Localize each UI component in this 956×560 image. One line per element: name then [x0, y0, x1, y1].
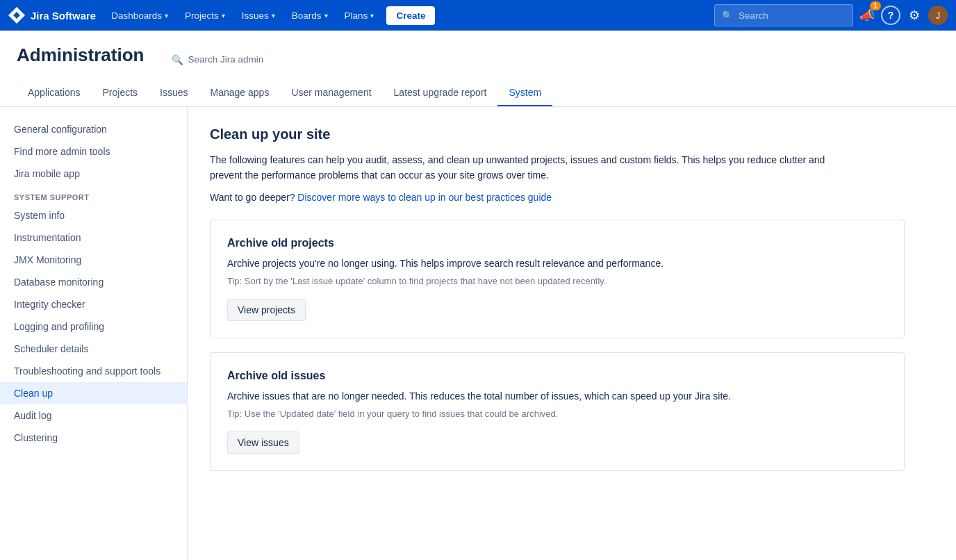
sidebar-item-integrity-checker[interactable]: Integrity checker: [0, 293, 187, 315]
help-button[interactable]: ?: [881, 6, 900, 25]
user-avatar[interactable]: J: [928, 6, 948, 25]
notification-badge: 1: [870, 1, 881, 10]
tab-system[interactable]: System: [497, 80, 552, 106]
best-practices-link[interactable]: Discover more ways to clean up in our be…: [297, 192, 552, 203]
page-title: Administration: [17, 44, 144, 66]
sidebar-item-clean-up[interactable]: Clean up: [0, 382, 187, 404]
chevron-down-icon: ▾: [272, 12, 275, 19]
logo-diamond-icon: [8, 7, 25, 24]
tab-upgrade-report[interactable]: Latest upgrade report: [383, 80, 498, 106]
archive-projects-title: Archive old projects: [227, 237, 887, 249]
sidebar-item-jmx-monitoring[interactable]: JMX Monitoring: [0, 249, 187, 271]
sidebar-item-logging-profiling[interactable]: Logging and profiling: [0, 315, 187, 338]
archive-issues-desc: Archive issues that are no longer needed…: [227, 389, 887, 404]
chevron-down-icon: ▾: [222, 12, 225, 19]
view-projects-button[interactable]: View projects: [227, 299, 306, 321]
create-button[interactable]: Create: [386, 6, 435, 25]
admin-search[interactable]: 🔍 Search Jira admin: [172, 54, 263, 65]
archive-projects-card: Archive old projects Archive projects yo…: [210, 220, 905, 338]
top-navigation: Jira Software Dashboards ▾ Projects ▾ Is…: [0, 0, 956, 31]
sidebar-item-jira-mobile[interactable]: Jira mobile app: [0, 163, 187, 185]
page-tabs: Applications Projects Issues Manage apps…: [17, 80, 939, 106]
sidebar-section-system-support: SYSTEM SUPPORT: [0, 185, 187, 204]
sidebar-item-scheduler-details[interactable]: Scheduler details: [0, 338, 187, 360]
nav-plans[interactable]: Plans ▾: [338, 0, 381, 31]
tab-projects[interactable]: Projects: [92, 80, 149, 106]
sidebar-item-audit-log[interactable]: Audit log: [0, 404, 187, 427]
archive-projects-tip: Tip: Sort by the 'Last issue update' col…: [227, 275, 887, 288]
sidebar-item-instrumentation[interactable]: Instrumentation: [0, 227, 187, 249]
archive-projects-desc: Archive projects you're no longer using.…: [227, 256, 887, 271]
sidebar-item-general-configuration[interactable]: General configuration: [0, 118, 187, 140]
tab-issues[interactable]: Issues: [149, 80, 199, 106]
nav-issues[interactable]: Issues ▾: [235, 0, 282, 31]
content-title: Clean up your site: [210, 126, 934, 142]
chevron-down-icon: ▾: [370, 12, 374, 19]
search-icon: 🔍: [172, 54, 183, 65]
search-bar[interactable]: 🔍 Search: [714, 4, 853, 26]
search-icon: 🔍: [722, 10, 733, 21]
content-description: The following features can help you audi…: [210, 152, 835, 183]
sidebar-item-clustering[interactable]: Clustering: [0, 427, 187, 449]
sidebar-item-troubleshooting[interactable]: Troubleshooting and support tools: [0, 360, 187, 382]
nav-projects[interactable]: Projects ▾: [178, 0, 232, 31]
brand-name: Jira Software: [31, 10, 96, 22]
nav-dashboards[interactable]: Dashboards ▾: [104, 0, 175, 31]
chevron-down-icon: ▾: [165, 12, 168, 19]
main-layout: General configuration Find more admin to…: [0, 107, 956, 560]
tab-applications[interactable]: Applications: [17, 80, 92, 106]
archive-issues-title: Archive old issues: [227, 370, 887, 382]
brand-logo[interactable]: Jira Software: [8, 7, 96, 24]
admin-search-text: Search Jira admin: [188, 54, 263, 65]
tab-user-management[interactable]: User management: [280, 80, 382, 106]
sidebar: General configuration Find more admin to…: [0, 107, 188, 560]
tab-manage-apps[interactable]: Manage apps: [199, 80, 281, 106]
search-placeholder: Search: [739, 10, 768, 21]
nav-boards[interactable]: Boards ▾: [285, 0, 335, 31]
main-content: Clean up your site The following feature…: [188, 107, 956, 560]
archive-issues-card: Archive old issues Archive issues that a…: [210, 352, 905, 471]
notification-wrapper: 📣 1: [856, 4, 878, 26]
sidebar-item-find-admin-tools[interactable]: Find more admin tools: [0, 140, 187, 163]
settings-button[interactable]: ⚙: [903, 4, 925, 26]
chevron-down-icon: ▾: [324, 12, 328, 19]
view-issues-button[interactable]: View issues: [227, 431, 299, 454]
best-practices-text: Want to go deeper? Discover more ways to…: [210, 192, 934, 203]
sidebar-item-database-monitoring[interactable]: Database monitoring: [0, 271, 187, 293]
sidebar-item-system-info[interactable]: System info: [0, 204, 187, 227]
archive-issues-tip: Tip: Use the 'Updated date' field in you…: [227, 408, 887, 420]
page-header: Administration 🔍 Search Jira admin Appli…: [0, 31, 956, 107]
